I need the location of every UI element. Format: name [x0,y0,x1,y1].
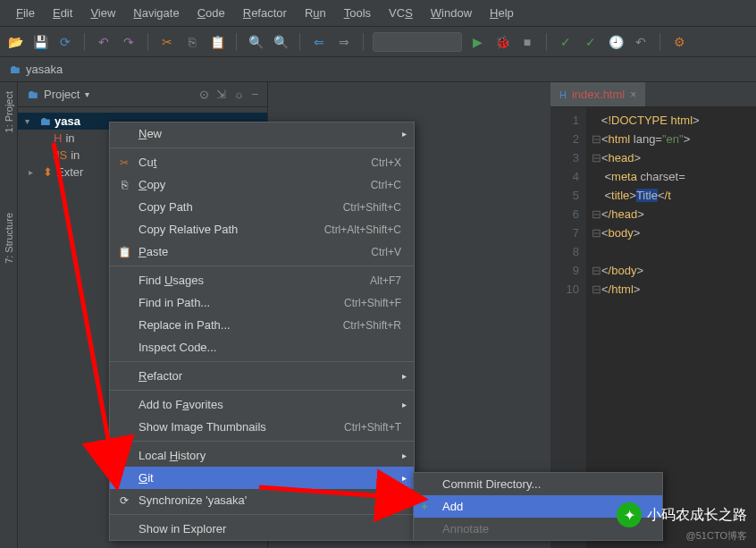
save-icon[interactable]: 💾 [30,32,50,52]
context-menu: New▸ ✂CutCtrl+X ⎘CopyCtrl+C Copy PathCtr… [109,122,415,541]
run-config-dropdown[interactable] [373,32,462,52]
ctx-thumbnails[interactable]: Show Image ThumbnailsCtrl+Shift+T [110,416,414,438]
ctx-favorites[interactable]: Add to Favorites▸ [110,393,414,416]
sub-commit-dir[interactable]: Commit Directory... [414,473,662,495]
folder-icon: 🖿 [9,63,21,76]
menu-window[interactable]: Window [422,3,481,23]
hide-icon[interactable]: − [251,88,258,101]
copy-toolbar-icon[interactable]: ⎘ [182,32,202,52]
ctx-copy-path[interactable]: Copy PathCtrl+Shift+C [110,196,414,218]
watermark-text: 小码农成长之路 [647,506,747,525]
ctx-copy-rel[interactable]: Copy Relative PathCtrl+Alt+Shift+C [110,218,414,240]
collapse-icon[interactable]: ⇲ [216,88,226,101]
plus-icon: + [421,500,428,513]
ctx-new[interactable]: New▸ [110,122,414,145]
menu-tools[interactable]: Tools [335,3,380,23]
project-folder-icon: 🖿 [27,88,38,101]
side-tab-project[interactable]: 1: Project [4,91,14,132]
vcs-revert-icon[interactable]: ↶ [631,32,651,52]
tree-item-label: in [65,131,74,145]
ctx-git[interactable]: Git▸ [110,467,414,489]
target-icon[interactable]: ⊙ [199,88,209,101]
watermark: ✦ 小码农成长之路 @51CTO博客 [617,502,747,543]
tree-external-label: Exter [56,165,83,179]
menu-edit[interactable]: Edit [44,3,81,23]
editor-tab[interactable]: H index.html × [550,82,645,106]
ctx-find-usages[interactable]: Find UsagesAlt+F7 [110,269,414,291]
settings-icon[interactable]: ⚙ [669,32,689,52]
replace-icon[interactable]: 🔍 [271,32,290,52]
paste-toolbar-icon[interactable]: 📋 [207,32,227,52]
menu-run[interactable]: Run [296,3,335,23]
editor-tab-name: index.html [572,88,625,101]
ctx-inspect[interactable]: Inspect Code... [110,336,414,358]
sync-icon[interactable]: ⟳ [55,32,75,52]
vcs-update-icon[interactable]: ✓ [556,32,575,52]
side-tab-structure[interactable]: 7: Structure [4,213,14,264]
wechat-icon: ✦ [617,502,642,527]
back-icon[interactable]: ⇐ [309,32,329,52]
find-icon[interactable]: 🔍 [246,32,265,52]
forward-icon[interactable]: ⇒ [334,32,354,52]
html-file-icon: H [559,89,567,100]
gear-icon[interactable]: ☼ [233,88,244,101]
ctx-paste[interactable]: 📋PasteCtrl+V [110,240,414,263]
vcs-commit-icon[interactable]: ✓ [581,32,601,52]
run-icon[interactable]: ▶ [467,32,487,52]
breadcrumb-bar: 🖿 yasaka [0,57,756,82]
debug-icon[interactable]: 🐞 [492,32,512,52]
ctx-find-path[interactable]: Find in Path...Ctrl+Shift+F [110,291,414,314]
sync-ctx-icon: ⟳ [117,494,131,507]
scissors-icon: ✂ [117,156,131,169]
menu-bar: File Edit View Navigate Code Refactor Ru… [0,0,756,27]
copy-icon: ⎘ [117,179,131,191]
menu-navigate[interactable]: Navigate [124,3,188,23]
ctx-cut[interactable]: ✂CutCtrl+X [110,151,414,173]
ctx-synchronize[interactable]: ⟳Synchronize 'yasaka' [110,489,414,511]
ctx-show-explorer[interactable]: Show in Explorer [110,518,414,540]
watermark-sub: @51CTO博客 [617,529,747,543]
redo-icon[interactable]: ↷ [119,32,139,52]
menu-refactor[interactable]: Refactor [234,3,296,23]
menu-vcs[interactable]: VCS [380,3,422,23]
toolbar: 📂 💾 ⟳ ↶ ↷ ✂ ⎘ 📋 🔍 🔍 ⇐ ⇒ ▶ 🐞 ■ ✓ ✓ 🕘 ↶ ⚙ [0,27,756,57]
menu-view[interactable]: View [81,3,124,23]
open-icon[interactable]: 📂 [5,32,25,52]
undo-icon[interactable]: ↶ [94,32,113,52]
ctx-copy[interactable]: ⎘CopyCtrl+C [110,173,414,196]
ctx-replace-path[interactable]: Replace in Path...Ctrl+Shift+R [110,314,414,336]
ctx-refactor[interactable]: Refactor▸ [110,365,414,387]
side-tabs: 1: Project 7: Structure [0,82,18,548]
chevron-down-icon[interactable]: ▾ [85,89,89,99]
menu-file[interactable]: File [7,3,44,23]
tree-item-label: in [71,148,80,162]
project-title[interactable]: Project [44,88,80,101]
close-tab-icon[interactable]: × [630,89,636,101]
menu-code[interactable]: Code [189,3,234,23]
tree-root-label: yasa [55,114,80,128]
vcs-history-icon[interactable]: 🕘 [606,32,626,52]
menu-help[interactable]: Help [481,3,523,23]
paste-icon: 📋 [117,246,131,258]
cut-toolbar-icon[interactable]: ✂ [157,32,177,52]
ctx-local-history[interactable]: Local History▸ [110,444,414,467]
stop-icon[interactable]: ■ [517,32,537,52]
breadcrumb-project[interactable]: yasaka [26,63,63,76]
